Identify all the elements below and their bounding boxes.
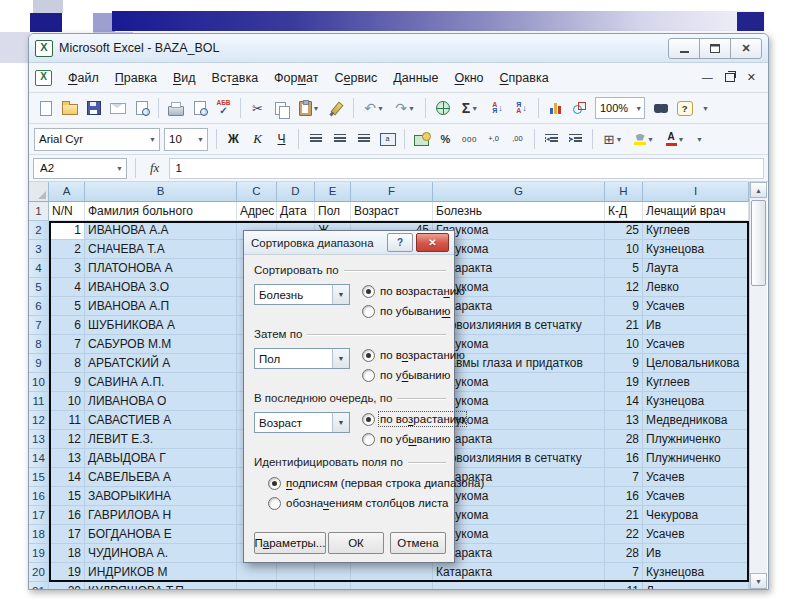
cell[interactable]: САВИНА А.П. <box>85 373 237 392</box>
cell[interactable] <box>315 582 351 589</box>
cell[interactable]: САБУРОВ М.М <box>85 335 237 354</box>
cell[interactable]: ИВАНОВА З.О <box>85 278 237 297</box>
cell[interactable]: 18 <box>49 544 85 563</box>
row-header-2[interactable]: 2 <box>29 221 49 240</box>
workbook-minimize-icon[interactable]: — <box>702 72 713 83</box>
row-header-8[interactable]: 8 <box>29 335 49 354</box>
cell[interactable]: 11 <box>49 411 85 430</box>
cell[interactable]: ЛЕВИТ Е.З. <box>85 430 237 449</box>
cell[interactable]: Л <box>643 582 749 589</box>
chevron-down-icon[interactable]: ▼ <box>635 105 642 112</box>
cell[interactable]: КУДРЯШОВА Т.П <box>85 582 237 589</box>
cell[interactable]: 8 <box>49 354 85 373</box>
chevron-down-icon[interactable]: ▼ <box>146 136 159 143</box>
sort-by-ascending-radio[interactable]: по возрастанию <box>362 281 465 301</box>
cell[interactable]: АРБАТСКИЙ А <box>85 354 237 373</box>
cell[interactable]: Кровоизлияния в сетчатку <box>433 449 605 468</box>
zoom-control[interactable]: 100% ▼ <box>595 97 645 119</box>
dialog-help-button[interactable]: ? <box>387 233 413 252</box>
merge-center-button[interactable]: a <box>376 128 399 151</box>
menu-item-0[interactable]: Файл <box>60 68 107 88</box>
print-button[interactable] <box>164 97 187 120</box>
cell[interactable]: Медведникова <box>643 411 749 430</box>
row-header-17[interactable]: 17 <box>29 506 49 525</box>
cell[interactable]: Адрес <box>237 202 277 221</box>
cell[interactable]: ДАВЫДОВА Г <box>85 449 237 468</box>
cell[interactable]: 12 <box>605 278 643 297</box>
cell[interactable]: 20 <box>49 582 85 589</box>
menu-item-7[interactable]: Окно <box>447 68 492 88</box>
cell[interactable]: Целовальникова <box>643 354 749 373</box>
column-header-H[interactable]: H <box>605 182 643 202</box>
dialog-title-bar[interactable]: Сортировка диапазона ? ✕ <box>244 231 454 255</box>
cell[interactable]: Плужниченко <box>643 449 749 468</box>
sort-by-combo[interactable]: Болезнь ▼ <box>254 284 350 305</box>
cell[interactable]: 9 <box>605 354 643 373</box>
cell[interactable]: 14 <box>605 392 643 411</box>
finally-by-ascending-radio[interactable]: по возрастанию <box>362 409 465 429</box>
column-header-B[interactable]: B <box>85 182 237 202</box>
cell[interactable]: Глаукома <box>433 240 605 259</box>
cell[interactable]: ГАВРИЛОВА Н <box>85 506 237 525</box>
cell[interactable]: 15 <box>49 487 85 506</box>
cell[interactable]: 13 <box>49 449 85 468</box>
row-header-5[interactable]: 5 <box>29 278 49 297</box>
cell[interactable]: Усачев <box>643 297 749 316</box>
cell[interactable]: ИВАНОВА А.П <box>85 297 237 316</box>
cancel-button[interactable]: Отмена <box>390 532 446 554</box>
cell[interactable]: 5 <box>49 297 85 316</box>
cell[interactable] <box>351 563 433 582</box>
column-header-C[interactable]: C <box>237 182 277 202</box>
chevron-down-icon[interactable]: ▼ <box>678 136 685 143</box>
scroll-down-button[interactable]: ▼ <box>750 573 767 589</box>
menu-item-5[interactable]: Сервис <box>327 68 386 88</box>
formula-input[interactable]: 1 <box>169 158 764 179</box>
open-button[interactable] <box>58 97 81 120</box>
workbook-close-icon[interactable]: ✕ <box>747 72 756 83</box>
row-header-9[interactable]: 9 <box>29 354 49 373</box>
align-center-button[interactable] <box>328 128 351 151</box>
chevron-down-icon[interactable]: ▼ <box>615 136 622 143</box>
finally-by-descending-radio[interactable]: по убыванию <box>362 429 465 449</box>
cell[interactable]: БОГДАНОВА Е <box>85 525 237 544</box>
row-header-16[interactable]: 16 <box>29 487 49 506</box>
cell[interactable]: ЧУДИНОВА А. <box>85 544 237 563</box>
increase-indent-button[interactable] <box>564 128 587 151</box>
toolbar-options-button[interactable]: ▼ <box>695 136 703 143</box>
percent-button[interactable]: % <box>434 128 457 151</box>
cell[interactable]: 21 <box>605 316 643 335</box>
cell[interactable]: 28 <box>605 544 643 563</box>
font-name-combo[interactable]: Arial Cyr ▼ <box>34 128 160 151</box>
paste-button[interactable]: ▼ <box>294 97 324 120</box>
cell[interactable]: 13 <box>605 411 643 430</box>
scrollbar-thumb[interactable] <box>751 200 766 286</box>
menu-item-3[interactable]: Вставка <box>204 68 266 88</box>
decrease-decimal-button[interactable]: ,00 <box>506 128 529 151</box>
cell[interactable]: 6 <box>49 316 85 335</box>
cell[interactable]: Глаукома <box>433 221 605 240</box>
options-button[interactable]: Параметры... <box>254 532 326 554</box>
italic-button[interactable]: К <box>246 128 269 151</box>
cell[interactable]: Катаракта <box>433 563 605 582</box>
workbook-restore-icon[interactable] <box>725 73 735 82</box>
drawing-button[interactable] <box>568 97 591 120</box>
row-header-10[interactable]: 10 <box>29 373 49 392</box>
cell[interactable] <box>277 582 315 589</box>
save-button[interactable] <box>82 97 105 120</box>
row-header-15[interactable]: 15 <box>29 468 49 487</box>
cell[interactable]: Болезнь <box>433 202 605 221</box>
cell[interactable]: Дата <box>277 202 315 221</box>
cell[interactable]: Ив <box>643 316 749 335</box>
identify-by-labels-radio[interactable]: подписям (первая строка диапазона) <box>268 473 446 493</box>
chevron-down-icon[interactable]: ▼ <box>377 105 384 112</box>
thousands-button[interactable]: 000 <box>458 128 481 151</box>
cell[interactable]: 19 <box>605 373 643 392</box>
then-by-combo[interactable]: Пол ▼ <box>254 348 350 369</box>
identify-by-column-letters-radio[interactable]: обозначениям столбцов листа <box>268 493 446 513</box>
menu-item-1[interactable]: Правка <box>107 68 165 88</box>
column-header-D[interactable]: D <box>277 182 315 202</box>
scroll-up-button[interactable]: ▲ <box>750 182 767 198</box>
chevron-down-icon[interactable]: ▼ <box>332 413 349 432</box>
new-button[interactable] <box>34 97 57 120</box>
cell[interactable]: 14 <box>49 468 85 487</box>
